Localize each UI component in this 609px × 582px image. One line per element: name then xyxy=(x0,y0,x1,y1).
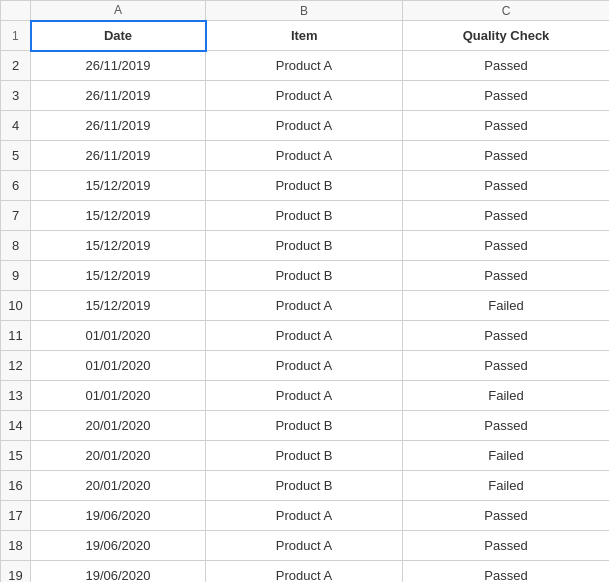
col-letter-c[interactable]: C xyxy=(403,1,610,21)
cell-quality-check[interactable]: Passed xyxy=(403,201,610,231)
row-num: 5 xyxy=(1,141,31,171)
cell-quality-check[interactable]: Passed xyxy=(403,231,610,261)
cell-date[interactable]: 15/12/2019 xyxy=(31,201,206,231)
cell-quality-check[interactable]: Passed xyxy=(403,171,610,201)
cell-quality-check[interactable]: Failed xyxy=(403,471,610,501)
row-num: 4 xyxy=(1,111,31,141)
cell-date[interactable]: 26/11/2019 xyxy=(31,141,206,171)
table-row: 1301/01/2020Product AFailed xyxy=(1,381,610,411)
cell-date[interactable]: 19/06/2020 xyxy=(31,531,206,561)
cell-item[interactable]: Product B xyxy=(206,231,403,261)
cell-quality-check[interactable]: Passed xyxy=(403,501,610,531)
cell-date[interactable]: 01/01/2020 xyxy=(31,351,206,381)
row-num: 18 xyxy=(1,531,31,561)
table-row: 715/12/2019Product BPassed xyxy=(1,201,610,231)
cell-quality-check[interactable]: Passed xyxy=(403,321,610,351)
cell-item[interactable]: Product B xyxy=(206,261,403,291)
table-row: 226/11/2019Product APassed xyxy=(1,51,610,81)
cell-quality-check[interactable]: Passed xyxy=(403,81,610,111)
table-row: 815/12/2019Product BPassed xyxy=(1,231,610,261)
cell-item[interactable]: Product A xyxy=(206,501,403,531)
cell-item[interactable]: Product A xyxy=(206,141,403,171)
cell-item[interactable]: Product A xyxy=(206,321,403,351)
row-num: 13 xyxy=(1,381,31,411)
cell-quality-check[interactable]: Failed xyxy=(403,291,610,321)
cell-item[interactable]: Product A xyxy=(206,531,403,561)
table-body: 226/11/2019Product APassed326/11/2019Pro… xyxy=(1,51,610,583)
cell-quality-check[interactable]: Passed xyxy=(403,351,610,381)
table-row: 1520/01/2020Product BFailed xyxy=(1,441,610,471)
cell-item[interactable]: Product A xyxy=(206,351,403,381)
col-letter-b[interactable]: B xyxy=(206,1,403,21)
cell-quality-check[interactable]: Passed xyxy=(403,111,610,141)
table-row: 1620/01/2020Product BFailed xyxy=(1,471,610,501)
cell-item[interactable]: Product B xyxy=(206,411,403,441)
table-row: 1201/01/2020Product APassed xyxy=(1,351,610,381)
row-num: 10 xyxy=(1,291,31,321)
corner-cell xyxy=(1,1,31,21)
cell-item[interactable]: Product A xyxy=(206,561,403,583)
cell-date[interactable]: 15/12/2019 xyxy=(31,171,206,201)
header-row: 1 Date Item Quality Check xyxy=(1,21,610,51)
row-num: 6 xyxy=(1,171,31,201)
cell-quality-check[interactable]: Passed xyxy=(403,411,610,441)
cell-item[interactable]: Product A xyxy=(206,51,403,81)
table-row: 1015/12/2019Product AFailed xyxy=(1,291,610,321)
header-quality-check[interactable]: Quality Check xyxy=(403,21,610,51)
row-num: 9 xyxy=(1,261,31,291)
table-row: 1819/06/2020Product APassed xyxy=(1,531,610,561)
cell-item[interactable]: Product B xyxy=(206,171,403,201)
cell-item[interactable]: Product A xyxy=(206,111,403,141)
header-item[interactable]: Item xyxy=(206,21,403,51)
cell-quality-check[interactable]: Passed xyxy=(403,261,610,291)
cell-date[interactable]: 26/11/2019 xyxy=(31,111,206,141)
cell-date[interactable]: 20/01/2020 xyxy=(31,411,206,441)
cell-date[interactable]: 15/12/2019 xyxy=(31,261,206,291)
row-num: 16 xyxy=(1,471,31,501)
cell-item[interactable]: Product A xyxy=(206,81,403,111)
row-num: 3 xyxy=(1,81,31,111)
cell-date[interactable]: 20/01/2020 xyxy=(31,471,206,501)
cell-date[interactable]: 01/01/2020 xyxy=(31,381,206,411)
row-num: 11 xyxy=(1,321,31,351)
table-row: 526/11/2019Product APassed xyxy=(1,141,610,171)
row-num: 14 xyxy=(1,411,31,441)
cell-quality-check[interactable]: Passed xyxy=(403,51,610,81)
row-num: 19 xyxy=(1,561,31,583)
cell-quality-check[interactable]: Failed xyxy=(403,381,610,411)
table-row: 1101/01/2020Product APassed xyxy=(1,321,610,351)
table-row: 426/11/2019Product APassed xyxy=(1,111,610,141)
cell-date[interactable]: 19/06/2020 xyxy=(31,561,206,583)
table-row: 326/11/2019Product APassed xyxy=(1,81,610,111)
cell-date[interactable]: 15/12/2019 xyxy=(31,231,206,261)
row-num: 8 xyxy=(1,231,31,261)
row-num: 17 xyxy=(1,501,31,531)
cell-item[interactable]: Product B xyxy=(206,441,403,471)
table-row: 615/12/2019Product BPassed xyxy=(1,171,610,201)
row-num: 12 xyxy=(1,351,31,381)
cell-item[interactable]: Product A xyxy=(206,291,403,321)
spreadsheet: A B C 1 Date Item Quality Check 226/11/2… xyxy=(0,0,609,582)
cell-date[interactable]: 26/11/2019 xyxy=(31,51,206,81)
row-num: 15 xyxy=(1,441,31,471)
table-row: 1420/01/2020Product BPassed xyxy=(1,411,610,441)
cell-date[interactable]: 20/01/2020 xyxy=(31,441,206,471)
cell-quality-check[interactable]: Failed xyxy=(403,441,610,471)
cell-date[interactable]: 19/06/2020 xyxy=(31,501,206,531)
row-num: 2 xyxy=(1,51,31,81)
column-letter-row: A B C xyxy=(1,1,610,21)
cell-quality-check[interactable]: Passed xyxy=(403,141,610,171)
col-letter-a[interactable]: A xyxy=(31,1,206,21)
cell-date[interactable]: 15/12/2019 xyxy=(31,291,206,321)
cell-item[interactable]: Product B xyxy=(206,471,403,501)
cell-date[interactable]: 26/11/2019 xyxy=(31,81,206,111)
table-row: 1919/06/2020Product APassed xyxy=(1,561,610,583)
header-date[interactable]: Date xyxy=(31,21,206,51)
row-num-1: 1 xyxy=(1,21,31,51)
cell-date[interactable]: 01/01/2020 xyxy=(31,321,206,351)
cell-item[interactable]: Product B xyxy=(206,201,403,231)
table-row: 915/12/2019Product BPassed xyxy=(1,261,610,291)
cell-item[interactable]: Product A xyxy=(206,381,403,411)
cell-quality-check[interactable]: Passed xyxy=(403,531,610,561)
cell-quality-check[interactable]: Passed xyxy=(403,561,610,583)
